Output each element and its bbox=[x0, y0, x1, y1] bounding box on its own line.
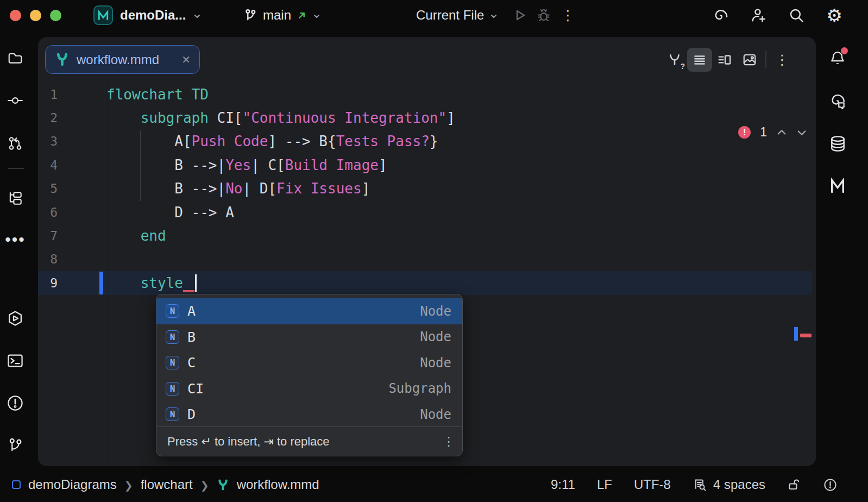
chevron-down-icon bbox=[796, 127, 807, 138]
code-line-1[interactable]: 1flowchart TD bbox=[38, 83, 812, 106]
line-number[interactable]: 5 bbox=[38, 181, 104, 196]
completion-list: NANodeNBNodeNCNodeNCISubgraphNDNode bbox=[156, 294, 462, 428]
editor-only-view-button[interactable] bbox=[687, 48, 712, 72]
code-line-7[interactable]: 7 end bbox=[38, 224, 812, 247]
gutter-separator bbox=[104, 78, 104, 464]
code-segment-plain bbox=[106, 228, 141, 244]
database-icon bbox=[829, 135, 847, 153]
terminal-tool-button[interactable] bbox=[0, 346, 30, 376]
editor-more-button[interactable]: ⋮ bbox=[770, 48, 795, 72]
run-configuration[interactable]: Current File bbox=[416, 8, 484, 23]
run-widget: Current File ⋮ bbox=[416, 0, 580, 30]
code-segment-kw: flowchart TD bbox=[106, 86, 209, 103]
code-segment-str: "Continuous Integration" bbox=[242, 110, 446, 126]
code-line-5[interactable]: 5 B -->|No| D[Fix Issues] bbox=[38, 177, 812, 200]
vcs-branch-widget[interactable]: main bbox=[243, 0, 321, 30]
line-number[interactable]: 4 bbox=[38, 158, 104, 172]
debug-button[interactable] bbox=[532, 3, 556, 27]
code-line-3[interactable]: 3 A[Push Code] --> B{Tests Pass?} bbox=[38, 130, 812, 153]
minimize-window-button[interactable] bbox=[30, 10, 41, 21]
editor-tab-bar: workflow.mmd ✕ ? bbox=[38, 37, 816, 75]
git-tool-button[interactable] bbox=[0, 430, 30, 461]
code-segment-plain: B -->| bbox=[106, 157, 225, 173]
code-segment-str: Tests Pass? bbox=[336, 133, 430, 149]
close-window-button[interactable] bbox=[10, 10, 21, 21]
title-bar: demoDia... main Current File bbox=[0, 0, 868, 30]
completion-item-a[interactable]: NANode bbox=[156, 298, 462, 324]
code-segment-err bbox=[183, 274, 194, 292]
scrollbar-modified-mark[interactable] bbox=[794, 327, 798, 341]
search-everywhere-button[interactable] bbox=[784, 3, 808, 27]
inspections-status-widget[interactable] bbox=[823, 478, 838, 492]
completion-type: Node bbox=[420, 329, 451, 344]
chevron-down-icon[interactable] bbox=[489, 12, 498, 21]
project-widget[interactable]: demoDia... bbox=[93, 0, 202, 30]
previous-error-button[interactable] bbox=[776, 127, 787, 138]
code-line-9[interactable]: 9 style bbox=[38, 271, 812, 294]
line-separator-widget[interactable]: LF bbox=[597, 477, 612, 492]
code-segment-plain: } bbox=[430, 133, 438, 149]
problems-tool-button[interactable] bbox=[0, 388, 30, 418]
database-tool-button[interactable] bbox=[822, 128, 853, 159]
editor-view-actions: ? ⋮ bbox=[662, 48, 795, 72]
code-line-4[interactable]: 4 B -->|Yes| C[Build Image] bbox=[38, 153, 812, 177]
kebab-icon[interactable]: ⋮ bbox=[443, 435, 455, 449]
close-tab-icon[interactable]: ✕ bbox=[181, 53, 191, 66]
breadcrumb-folder[interactable]: flowchart bbox=[141, 477, 193, 492]
git-branch-icon bbox=[243, 8, 257, 22]
ide-window: demoDia... main Current File bbox=[0, 0, 868, 502]
scrollbar-error-mark[interactable] bbox=[800, 334, 812, 337]
run-button[interactable] bbox=[508, 3, 532, 27]
completion-item-b[interactable]: NBNode bbox=[156, 324, 462, 350]
line-number[interactable]: 8 bbox=[38, 252, 104, 266]
line-number[interactable]: 2 bbox=[38, 111, 104, 125]
breadcrumb-file[interactable]: workflow.mmd bbox=[237, 477, 319, 492]
breadcrumb-project[interactable]: demoDiagrams bbox=[28, 477, 117, 492]
tab-workflow-mmd[interactable]: workflow.mmd ✕ bbox=[45, 45, 200, 74]
title-bar-actions: ⚙ bbox=[708, 0, 846, 30]
caret-position-widget[interactable]: 9:11 bbox=[551, 477, 575, 492]
pull-requests-tool-button[interactable] bbox=[0, 128, 30, 159]
add-user-button[interactable] bbox=[746, 3, 770, 27]
next-error-button[interactable] bbox=[796, 127, 807, 138]
settings-button[interactable]: ⚙ bbox=[822, 3, 846, 27]
split-view-button[interactable] bbox=[712, 48, 737, 72]
code-line-2[interactable]: 2 subgraph CI["Continuous Integration"] bbox=[38, 106, 812, 129]
code-segment-plain: B -->| bbox=[106, 180, 225, 197]
mermaid-file-icon bbox=[55, 52, 70, 67]
mermaid-tool-button[interactable] bbox=[822, 171, 853, 201]
ai-assistant-tool-button[interactable] bbox=[822, 86, 853, 116]
line-number[interactable]: 1 bbox=[38, 87, 104, 102]
project-tool-button[interactable] bbox=[0, 43, 30, 73]
line-number[interactable]: 6 bbox=[38, 205, 104, 219]
inspections-widget[interactable]: ! 1 bbox=[738, 125, 807, 140]
more-actions-button[interactable]: ⋮ bbox=[556, 3, 580, 27]
right-toolbar bbox=[817, 30, 868, 467]
line-number[interactable]: 9 bbox=[38, 276, 104, 290]
structure-tool-button[interactable] bbox=[0, 183, 30, 214]
more-tool-windows-button[interactable]: ••• bbox=[0, 224, 30, 255]
node-type-icon: N bbox=[166, 407, 179, 421]
ai-assistant-button[interactable] bbox=[708, 3, 732, 27]
error-count: 1 bbox=[760, 125, 767, 140]
notifications-button[interactable] bbox=[822, 43, 853, 73]
encoding-widget[interactable]: UTF-8 bbox=[634, 477, 671, 492]
mermaid-help-button[interactable]: ? bbox=[662, 48, 687, 72]
code-segment-str: Push Code bbox=[192, 133, 268, 149]
completion-item-d[interactable]: NDNode bbox=[156, 401, 462, 428]
code-segment-str: Build Image bbox=[285, 157, 379, 173]
completion-item-ci[interactable]: NCISubgraph bbox=[156, 376, 462, 402]
line-number[interactable]: 7 bbox=[38, 229, 104, 243]
window-controls bbox=[10, 10, 61, 21]
preview-view-button[interactable] bbox=[737, 48, 762, 72]
lock-widget[interactable] bbox=[787, 478, 801, 492]
completion-item-c[interactable]: NCNode bbox=[156, 350, 462, 376]
services-tool-button[interactable] bbox=[0, 303, 30, 334]
code-line-8[interactable]: 8 bbox=[38, 248, 812, 271]
commit-tool-button[interactable] bbox=[0, 85, 30, 116]
line-number[interactable]: 3 bbox=[38, 134, 104, 148]
indent-widget[interactable]: 4 spaces bbox=[693, 477, 765, 492]
code-line-6[interactable]: 6 D --> A bbox=[38, 200, 812, 224]
code-segment-plain bbox=[106, 275, 141, 291]
zoom-window-button[interactable] bbox=[50, 10, 61, 21]
